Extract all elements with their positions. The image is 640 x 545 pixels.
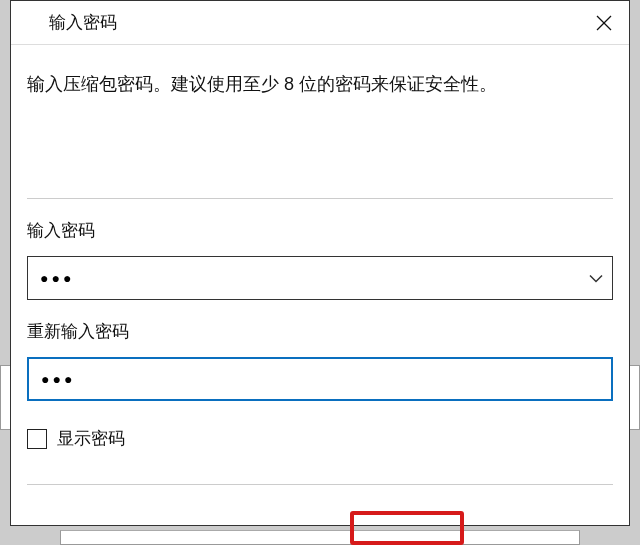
dialog-buttons	[27, 485, 613, 525]
background-window-fragment	[60, 530, 580, 545]
close-icon	[596, 15, 612, 31]
chevron-down-icon	[589, 268, 603, 289]
instruction-text: 输入压缩包密码。建议使用至少 8 位的密码来保证安全性。	[27, 71, 613, 98]
dialog-title: 输入密码	[49, 11, 117, 34]
confirm-input-wrap	[27, 357, 613, 401]
show-password-label: 显示密码	[57, 427, 125, 450]
close-button[interactable]	[579, 1, 629, 45]
password-label: 输入密码	[27, 219, 613, 242]
show-password-checkbox[interactable]	[27, 429, 47, 449]
dialog-body: 输入压缩包密码。建议使用至少 8 位的密码来保证安全性。 输入密码 ●●● 重新…	[11, 45, 629, 525]
confirm-password-input[interactable]	[27, 357, 613, 401]
show-password-row: 显示密码	[27, 427, 613, 450]
dialog-titlebar: 输入密码	[11, 1, 629, 45]
password-combo-wrap: ●●●	[27, 256, 613, 300]
divider	[27, 198, 613, 199]
password-dialog: 输入密码 输入压缩包密码。建议使用至少 8 位的密码来保证安全性。 输入密码 ●…	[10, 0, 630, 526]
confirm-password-label: 重新输入密码	[27, 320, 613, 343]
password-value: ●●●	[40, 270, 74, 286]
password-input[interactable]: ●●●	[27, 256, 613, 300]
